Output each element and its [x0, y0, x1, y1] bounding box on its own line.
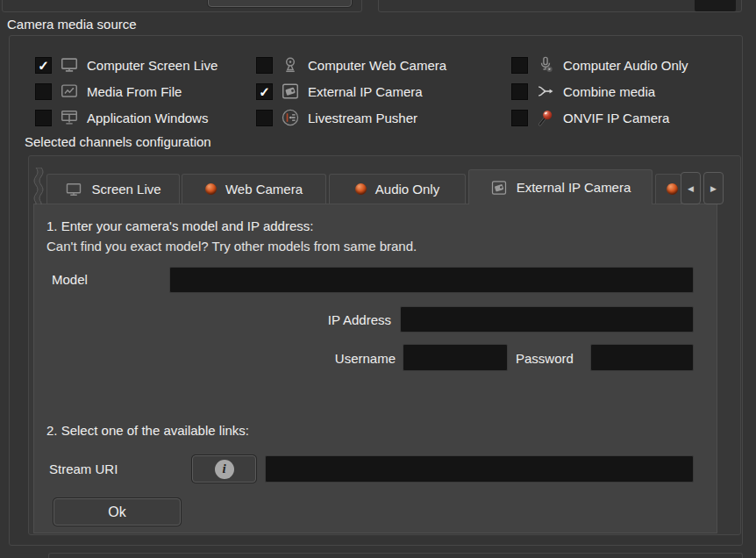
check-icon: ✓	[38, 59, 49, 72]
monitor-icon	[65, 181, 82, 198]
top-left-panel	[2, 0, 362, 12]
microphone-icon	[535, 54, 556, 75]
arrow-right-icon: ▶	[710, 184, 717, 193]
tab-scroll-left-button[interactable]: ◀	[681, 172, 701, 204]
checkbox[interactable]	[256, 110, 273, 126]
ip-camera-icon	[280, 81, 301, 102]
option-label: External IP Camera	[308, 84, 423, 99]
tab-audio-only[interactable]: Audio Only	[329, 174, 466, 204]
bottom-next-group-edge	[48, 553, 743, 558]
step2-title: 2. Select one of the available links:	[46, 423, 249, 438]
checkbox[interactable]	[511, 110, 528, 126]
tab-screen-live[interactable]: Screen Live	[46, 174, 180, 204]
checkbox[interactable]: ✓	[256, 83, 273, 100]
live-dot-icon	[355, 183, 367, 195]
tab-external-ip-camera[interactable]: External IP Camera	[468, 169, 653, 204]
check-icon: ✓	[259, 85, 270, 98]
checkbox[interactable]	[511, 57, 528, 74]
stream-uri-label: Stream URI	[49, 461, 118, 476]
option-label: Livestream Pusher	[308, 111, 417, 125]
ip-address-input[interactable]	[400, 306, 694, 333]
option-label: Application Windows	[87, 111, 208, 125]
option-label: ONVIF IP Camera	[563, 111, 669, 125]
top-right-panel	[378, 0, 742, 12]
webcam-icon	[280, 54, 301, 75]
username-input[interactable]	[403, 344, 508, 371]
ip-camera-icon	[490, 179, 508, 197]
arrow-left-icon: ◀	[688, 184, 694, 193]
selected-channels-label: Selected channels configuration	[25, 134, 211, 149]
tab-web-camera[interactable]: Web Camera	[182, 174, 326, 204]
password-label: Password	[516, 351, 574, 366]
livestream-icon	[280, 107, 301, 128]
live-dot-icon	[667, 183, 678, 195]
combine-icon	[535, 81, 556, 102]
option-computer-screen-live[interactable]: ✓ Computer Screen Live	[35, 54, 218, 75]
option-label: Combine media	[563, 84, 655, 99]
tab-scroll-right-button[interactable]: ▶	[703, 172, 724, 204]
stream-uri-input[interactable]	[265, 455, 694, 483]
model-input[interactable]	[169, 267, 694, 293]
option-livestream-pusher[interactable]: Livestream Pusher	[256, 107, 417, 128]
camera-media-source-label: Camera media source	[7, 17, 137, 32]
option-application-windows[interactable]: Application Windows	[35, 107, 208, 128]
magnifier-icon	[535, 107, 556, 128]
tab-label: Screen Live	[91, 182, 160, 197]
option-label: Computer Screen Live	[87, 58, 218, 73]
tab-label: External IP Camera	[517, 180, 631, 195]
app-windows-icon	[59, 107, 80, 128]
tab-partial-next[interactable]	[655, 174, 681, 204]
top-partial-button[interactable]	[208, 0, 352, 7]
info-icon: i	[215, 460, 234, 479]
option-media-from-file[interactable]: Media From File	[35, 81, 182, 102]
option-onvif-ip-camera[interactable]: ONVIF IP Camera	[511, 107, 669, 128]
ok-button-label: Ok	[108, 504, 125, 520]
option-label: Media From File	[87, 84, 182, 99]
option-label: Computer Audio Only	[563, 58, 688, 73]
checkbox[interactable]	[35, 110, 52, 126]
monitor-icon	[59, 54, 80, 75]
tab-label: Web Camera	[225, 182, 303, 197]
live-dot-icon	[205, 183, 217, 195]
external-ip-camera-panel: 1. Enter your camera's model and IP addr…	[33, 204, 717, 533]
media-file-icon	[59, 81, 80, 102]
ok-button[interactable]: Ok	[53, 498, 181, 526]
checkbox[interactable]	[511, 83, 528, 100]
checkbox[interactable]: ✓	[35, 57, 52, 74]
option-label: Computer Web Camera	[308, 58, 446, 73]
checkbox[interactable]	[256, 57, 273, 74]
model-label: Model	[52, 272, 88, 287]
top-partial-field[interactable]	[695, 0, 736, 11]
step1-title: 1. Enter your camera's model and IP addr…	[46, 218, 313, 233]
ip-address-label: IP Address	[264, 312, 391, 327]
checkbox[interactable]	[35, 83, 52, 100]
option-external-ip-camera[interactable]: ✓ External IP Camera	[256, 81, 423, 102]
tab-overflow-indicator	[32, 168, 45, 207]
option-computer-audio-only[interactable]: Computer Audio Only	[511, 54, 688, 75]
password-input[interactable]	[590, 344, 694, 371]
tab-label: Audio Only	[375, 182, 439, 197]
step1-hint: Can't find you exact model? Try other mo…	[46, 239, 417, 254]
option-computer-web-camera[interactable]: Computer Web Camera	[256, 54, 446, 75]
username-label: Username	[308, 351, 396, 366]
option-combine-media[interactable]: Combine media	[511, 81, 655, 102]
stream-uri-info-button[interactable]: i	[192, 455, 256, 483]
